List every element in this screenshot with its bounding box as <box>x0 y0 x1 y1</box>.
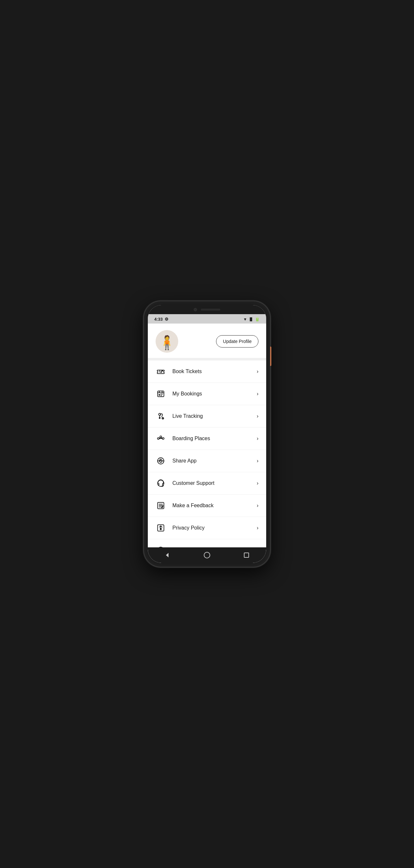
status-bar: 4:33 ⚙ ▼ ▐▌ 🔋 <box>148 314 266 323</box>
boarding-places-label: Boarding Places <box>172 436 257 441</box>
status-left: 4:33 ⚙ <box>154 317 169 321</box>
support-icon <box>156 478 166 488</box>
svg-point-2 <box>161 372 162 372</box>
make-feedback-arrow: › <box>257 503 258 508</box>
speaker <box>201 309 220 311</box>
menu-item-sign-out[interactable]: Sign Out › <box>148 539 266 547</box>
privacy-policy-arrow: › <box>257 525 258 531</box>
menu-list: Book Tickets › <box>148 361 266 547</box>
privacy-policy-label: Privacy Policy <box>172 525 257 531</box>
book-tickets-arrow: › <box>257 369 258 374</box>
ticket-icon <box>156 366 166 377</box>
feedback-icon <box>156 500 166 511</box>
back-button[interactable] <box>163 551 172 560</box>
share-icon <box>156 456 166 466</box>
menu-item-book-tickets[interactable]: Book Tickets › <box>148 361 266 383</box>
avatar-image: 🧍 <box>159 336 175 349</box>
my-bookings-arrow: › <box>257 391 258 397</box>
book-tickets-label: Book Tickets <box>172 369 257 374</box>
menu-item-boarding-places[interactable]: Boarding Places › <box>148 428 266 450</box>
update-profile-button[interactable]: Update Profile <box>216 335 258 347</box>
recents-button[interactable] <box>242 551 251 560</box>
wifi-icon: ▼ <box>243 317 247 321</box>
live-tracking-label: Live Tracking <box>172 413 257 419</box>
menu-item-my-bookings[interactable]: My Bookings › <box>148 383 266 405</box>
menu-item-live-tracking[interactable]: Live Tracking › <box>148 405 266 428</box>
share-app-arrow: › <box>257 458 258 464</box>
profile-section: 🧍 Update Profile <box>148 323 266 358</box>
boarding-places-arrow: › <box>257 436 258 441</box>
battery-icon: 🔋 <box>255 317 260 321</box>
bookings-icon <box>156 389 166 399</box>
camera-bar <box>148 305 266 314</box>
time-display: 4:33 <box>154 317 163 321</box>
svg-point-1 <box>162 371 163 371</box>
menu-item-share-app[interactable]: Share App › <box>148 450 266 472</box>
customer-support-label: Customer Support <box>172 480 257 486</box>
menu-item-make-feedback[interactable]: Make a Feedback › <box>148 495 266 517</box>
phone-frame: 4:33 ⚙ ▼ ▐▌ 🔋 🧍 Update Profile <box>144 301 270 567</box>
phone-screen: 4:33 ⚙ ▼ ▐▌ 🔋 🧍 Update Profile <box>148 305 266 563</box>
camera-dot <box>194 308 197 311</box>
svg-marker-21 <box>166 553 169 557</box>
share-app-label: Share App <box>172 458 257 464</box>
gear-icon: ⚙ <box>165 317 169 321</box>
avatar: 🧍 <box>156 330 178 353</box>
menu-item-customer-support[interactable]: Customer Support › <box>148 472 266 495</box>
signal-icon: ▐▌ <box>249 317 253 321</box>
bottom-navigation <box>148 547 266 563</box>
status-right: ▼ ▐▌ 🔋 <box>243 317 260 321</box>
screen-content: 🧍 Update Profile <box>148 323 266 547</box>
home-button[interactable] <box>203 551 211 560</box>
my-bookings-label: My Bookings <box>172 391 257 397</box>
svg-point-6 <box>159 417 160 418</box>
signout-icon <box>156 545 166 547</box>
section-divider <box>148 358 266 361</box>
make-feedback-label: Make a Feedback <box>172 503 257 508</box>
customer-support-arrow: › <box>257 480 258 486</box>
boarding-icon <box>156 433 166 444</box>
live-tracking-arrow: › <box>257 413 258 419</box>
tracking-icon <box>156 411 166 422</box>
svg-point-4 <box>159 395 160 396</box>
menu-item-privacy-policy[interactable]: Privacy Policy › <box>148 517 266 539</box>
privacy-icon <box>156 523 166 533</box>
